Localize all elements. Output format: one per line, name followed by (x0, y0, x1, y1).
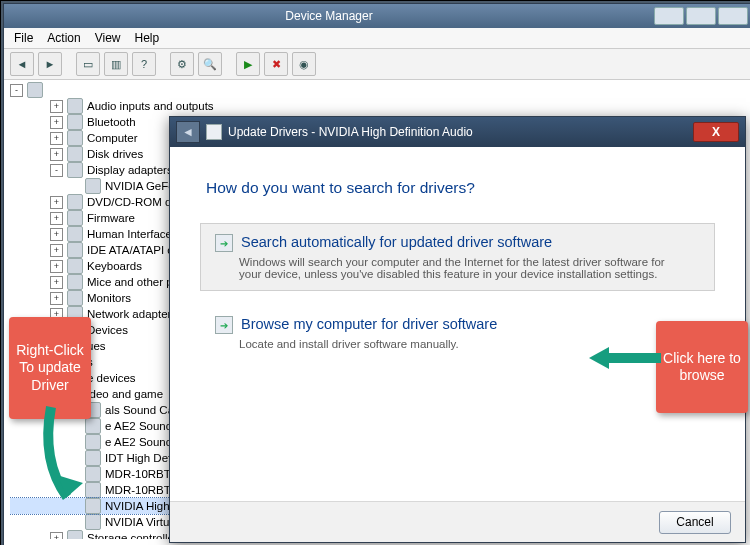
show-hidden-icon[interactable]: ▥ (104, 52, 128, 76)
device-icon (67, 290, 83, 306)
dialog-footer: Cancel (170, 501, 745, 542)
minimize-button[interactable] (654, 7, 684, 25)
device-icon (85, 450, 101, 466)
tree-item-label: Monitors (87, 290, 131, 306)
device-icon (67, 210, 83, 226)
arrow-icon: ➔ (215, 316, 233, 334)
screenshot-stage: Device Manager File Action View Help ◄ ►… (0, 0, 750, 545)
enable-icon[interactable]: ▶ (236, 52, 260, 76)
expand-icon[interactable]: + (50, 244, 63, 257)
expand-icon[interactable]: + (50, 148, 63, 161)
computer-icon (27, 82, 43, 98)
scan-icon[interactable]: 🔍 (198, 52, 222, 76)
help-icon[interactable]: ? (132, 52, 156, 76)
driver-icon (206, 124, 222, 140)
tree-item-label: ideo and game (87, 386, 163, 402)
window-titlebar[interactable]: Device Manager (4, 4, 750, 28)
device-icon (67, 114, 83, 130)
device-icon (67, 226, 83, 242)
cancel-button[interactable]: Cancel (659, 511, 731, 534)
option2-title: Browse my computer for driver software (241, 316, 497, 332)
tree-item-label: Bluetooth (87, 114, 136, 130)
tree-item-label: Computer (87, 130, 138, 146)
tree-item-label: Devices (87, 322, 128, 338)
menu-help[interactable]: Help (135, 31, 160, 45)
arrow-icon: ➔ (215, 234, 233, 252)
expand-icon[interactable]: + (50, 196, 63, 209)
tree-item-label: e devices (87, 370, 136, 386)
collapse-icon[interactable]: - (50, 164, 63, 177)
annotation-right: Click here to browse (656, 321, 748, 413)
maximize-button[interactable] (686, 7, 716, 25)
device-icon (67, 130, 83, 146)
device-icon (67, 242, 83, 258)
menu-action[interactable]: Action (47, 31, 80, 45)
device-icon (67, 194, 83, 210)
option-search-automatically[interactable]: ➔ Search automatically for updated drive… (200, 223, 715, 291)
refresh-icon[interactable]: ◉ (292, 52, 316, 76)
forward-icon[interactable]: ► (38, 52, 62, 76)
tree-item[interactable]: +Audio inputs and outputs (10, 98, 744, 114)
expand-icon[interactable]: + (50, 100, 63, 113)
device-icon (85, 418, 101, 434)
update-driver-icon[interactable]: ⚙ (170, 52, 194, 76)
window-title: Device Manager (4, 9, 654, 23)
option-browse-computer[interactable]: ➔ Browse my computer for driver software… (200, 305, 715, 361)
tree-root[interactable]: - (10, 82, 744, 98)
device-icon (85, 178, 101, 194)
back-icon[interactable]: ◄ (176, 121, 200, 143)
tree-item-label: Display adapters (87, 162, 173, 178)
properties-icon[interactable]: ▭ (76, 52, 100, 76)
uninstall-icon[interactable]: ✖ (264, 52, 288, 76)
dialog-title: Update Drivers - NVIDIA High Definition … (228, 125, 473, 139)
tree-item-label: Disk drives (87, 146, 143, 162)
menu-file[interactable]: File (14, 31, 33, 45)
device-icon (67, 162, 83, 178)
expand-icon[interactable]: + (50, 116, 63, 129)
back-icon[interactable]: ◄ (10, 52, 34, 76)
tree-item-label: Network adapters (87, 306, 177, 322)
expand-icon[interactable]: + (50, 212, 63, 225)
device-icon (67, 530, 83, 539)
menu-view[interactable]: View (95, 31, 121, 45)
tree-item-label: Audio inputs and outputs (87, 98, 214, 114)
dialog-titlebar[interactable]: ◄ Update Drivers - NVIDIA High Definitio… (170, 117, 745, 147)
device-icon (85, 514, 101, 530)
device-icon (85, 466, 101, 482)
option2-desc: Locate and install driver software manua… (239, 338, 679, 350)
menu-bar: File Action View Help (4, 28, 750, 49)
device-icon (67, 258, 83, 274)
expand-icon[interactable]: + (50, 532, 63, 540)
expand-icon[interactable]: + (50, 228, 63, 241)
expand-icon[interactable]: + (50, 132, 63, 145)
tree-item-label: Firmware (87, 210, 135, 226)
option1-title: Search automatically for updated driver … (241, 234, 552, 250)
tree-item-label: Keyboards (87, 258, 142, 274)
close-icon[interactable]: X (693, 122, 739, 142)
expand-icon[interactable]: + (50, 276, 63, 289)
close-button[interactable] (718, 7, 748, 25)
expand-icon[interactable]: + (50, 260, 63, 273)
toolbar: ◄ ► ▭ ▥ ? ⚙ 🔍 ▶ ✖ ◉ (4, 49, 750, 80)
device-icon (67, 274, 83, 290)
annotation-left: Right-Click To update Driver (9, 317, 91, 419)
device-icon (85, 434, 101, 450)
device-icon (67, 146, 83, 162)
option1-desc: Windows will search your computer and th… (239, 256, 679, 280)
device-icon (85, 498, 101, 514)
device-icon (85, 482, 101, 498)
device-icon (67, 98, 83, 114)
expand-icon[interactable]: + (50, 292, 63, 305)
dialog-heading: How do you want to search for drivers? (206, 179, 715, 197)
